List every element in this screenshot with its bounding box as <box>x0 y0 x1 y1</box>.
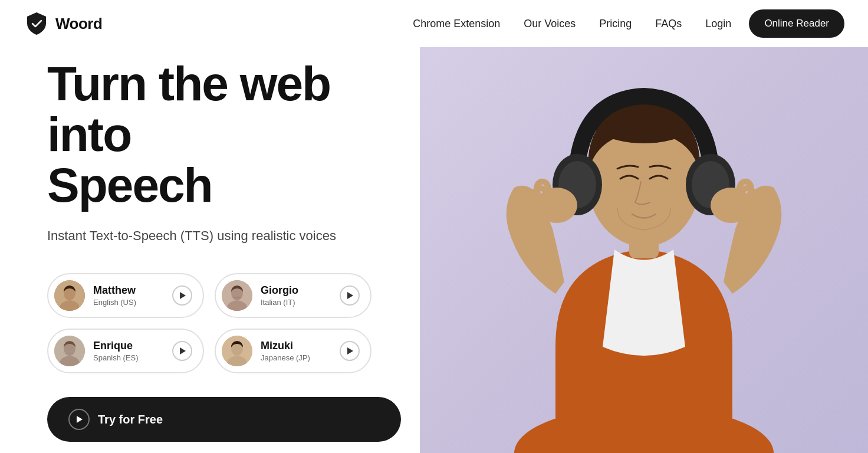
nav-faqs[interactable]: FAQs <box>655 18 682 30</box>
voice-card-matthew[interactable]: Matthew English (US) <box>47 273 204 318</box>
logo[interactable]: Woord <box>24 11 102 37</box>
hero-title-line2: Speech <box>47 158 212 212</box>
svg-marker-16 <box>347 292 353 299</box>
avatar-matthew <box>54 280 85 311</box>
nav-chrome-extension[interactable]: Chrome Extension <box>413 18 500 30</box>
hero-image <box>420 0 868 453</box>
avatar-mizuki <box>222 336 252 366</box>
voice-info-mizuki: Mizuki Japanese (JP) <box>261 340 331 363</box>
svg-rect-19 <box>65 351 74 353</box>
voice-lang-matthew: English (US) <box>93 298 136 307</box>
hero-title: Turn the web into Speech <box>47 58 401 211</box>
nav-our-voices[interactable]: Our Voices <box>524 18 576 30</box>
voice-name-matthew: Matthew <box>93 284 164 297</box>
try-play-icon <box>68 409 90 430</box>
voice-card-enrique[interactable]: Enrique Spanish (ES) <box>47 329 204 373</box>
avatar-enrique <box>54 336 85 366</box>
voice-info-enrique: Enrique Spanish (ES) <box>93 340 164 363</box>
hero-title-line1: Turn the web into <box>47 57 330 161</box>
logo-text: Woord <box>55 15 102 33</box>
nav-links: Chrome Extension Our Voices Pricing FAQs… <box>413 18 731 30</box>
svg-point-9 <box>711 188 752 223</box>
svg-point-8 <box>536 188 577 223</box>
voice-card-mizuki[interactable]: Mizuki Japanese (JP) <box>215 329 371 373</box>
play-button-giorgio[interactable] <box>340 285 360 306</box>
voice-name-giorgio: Giorgio <box>261 284 331 297</box>
svg-marker-20 <box>180 347 186 354</box>
svg-marker-24 <box>77 416 83 423</box>
hero-section: Turn the web into Speech Instant Text-to… <box>0 47 448 453</box>
svg-marker-23 <box>347 347 353 354</box>
voice-lang-giorgio: Italian (IT) <box>261 298 295 307</box>
voice-name-enrique: Enrique <box>93 340 164 352</box>
voice-info-giorgio: Giorgio Italian (IT) <box>261 284 331 307</box>
voice-info-matthew: Matthew English (US) <box>93 284 164 307</box>
voice-lang-enrique: Spanish (ES) <box>93 353 139 362</box>
nav-pricing[interactable]: Pricing <box>599 18 632 30</box>
hero-subtitle: Instant Text-to-Speech (TTS) using reali… <box>47 228 401 244</box>
voice-grid: Matthew English (US) Giorgio Italian <box>47 273 371 373</box>
voice-name-mizuki: Mizuki <box>261 340 331 352</box>
try-btn-label: Try for Free <box>98 413 163 426</box>
person-illustration <box>461 5 827 453</box>
play-button-mizuki[interactable] <box>340 341 360 361</box>
voice-card-giorgio[interactable]: Giorgio Italian (IT) <box>215 273 371 318</box>
voice-lang-mizuki: Japanese (JP) <box>261 353 310 362</box>
try-for-free-button[interactable]: Try for Free <box>47 397 401 442</box>
svg-rect-15 <box>234 297 241 298</box>
navigation: Woord Chrome Extension Our Voices Pricin… <box>0 0 868 47</box>
online-reader-button[interactable]: Online Reader <box>749 9 844 38</box>
nav-login[interactable]: Login <box>705 18 731 30</box>
logo-shield-icon <box>24 11 50 37</box>
play-button-matthew[interactable] <box>172 285 192 306</box>
play-button-enrique[interactable] <box>172 341 192 361</box>
svg-marker-12 <box>180 292 186 299</box>
avatar-giorgio <box>222 280 252 311</box>
